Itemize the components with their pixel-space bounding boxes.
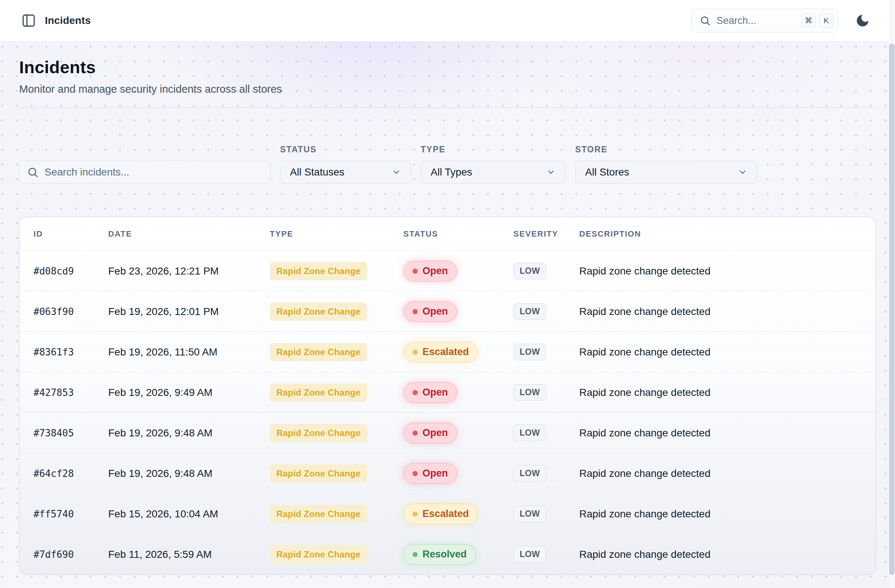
severity-badge: LOW (513, 384, 546, 401)
incident-date: Feb 11, 2026, 5:59 AM (108, 549, 270, 561)
column-header-id: ID (20, 229, 108, 239)
status-filter-label: STATUS (280, 145, 411, 155)
status-filter-select[interactable]: All Statuses (280, 161, 411, 183)
incidents-table: ID DATE TYPE STATUS SEVERITY DESCRIPTION… (19, 217, 876, 575)
severity-badge: LOW (513, 546, 546, 562)
status-badge: Open (404, 423, 457, 443)
moon-icon (855, 13, 870, 28)
incident-date: Feb 19, 2026, 9:48 AM (108, 427, 270, 439)
incident-description: Rapid zone change detected (579, 265, 875, 277)
page-title: Incidents (19, 57, 876, 77)
incident-date: Feb 15, 2026, 10:04 AM (108, 508, 270, 520)
table-row[interactable]: #d08cd9 Feb 23, 2026, 12:21 PM Rapid Zon… (20, 251, 875, 291)
incident-date: Feb 19, 2026, 12:01 PM (108, 306, 270, 318)
status-badge: Open (404, 382, 457, 403)
divider (19, 108, 876, 108)
store-filter-value: All Stores (585, 166, 629, 178)
scrollbar-thumb[interactable] (889, 43, 895, 575)
status-badge: Escalated (404, 504, 478, 524)
incident-description: Rapid zone change detected (579, 427, 875, 439)
incident-description: Rapid zone change detected (579, 549, 875, 561)
chevron-down-icon (738, 167, 748, 177)
status-badge: Resolved (404, 544, 476, 565)
incident-id: #063f90 (20, 306, 108, 317)
severity-badge: LOW (513, 506, 546, 522)
global-search-button[interactable]: Search... ⌘ K (691, 9, 838, 32)
severity-badge: LOW (513, 424, 546, 441)
table-row[interactable]: #7df690 Feb 11, 2026, 5:59 AM Rapid Zone… (20, 534, 875, 574)
status-filter-value: All Statuses (290, 166, 344, 178)
type-badge: Rapid Zone Change (270, 545, 367, 564)
type-badge: Rapid Zone Change (270, 343, 367, 361)
status-dot-icon (413, 471, 418, 476)
status-dot-icon (413, 390, 418, 395)
column-header-description: DESCRIPTION (579, 229, 875, 239)
status-dot-icon (413, 309, 418, 314)
kbd-cmd: ⌘ (801, 13, 816, 28)
type-badge: Rapid Zone Change (270, 424, 367, 442)
store-filter-select[interactable]: All Stores (575, 161, 757, 183)
topbar-title: Incidents (45, 15, 91, 26)
table-row[interactable]: #738405 Feb 19, 2026, 9:48 AM Rapid Zone… (20, 412, 875, 453)
table-row[interactable]: #063f90 Feb 19, 2026, 12:01 PM Rapid Zon… (20, 291, 875, 332)
incident-id: #d08cd9 (20, 266, 108, 277)
filters-bar: STATUS All Statuses TYPE All Types STORE… (19, 145, 876, 183)
table-body: #d08cd9 Feb 23, 2026, 12:21 PM Rapid Zon… (20, 251, 875, 574)
status-badge: Open (404, 302, 457, 322)
table-row[interactable]: #8361f3 Feb 19, 2026, 11:50 AM Rapid Zon… (20, 332, 875, 372)
type-badge: Rapid Zone Change (270, 303, 367, 321)
store-filter-group: STORE All Stores (575, 145, 757, 183)
status-dot-icon (413, 511, 418, 517)
incident-id: #738405 (20, 427, 108, 439)
incident-description: Rapid zone change detected (579, 306, 875, 318)
page-scrollbar[interactable] (889, 0, 895, 588)
table-row[interactable]: #ff5740 Feb 15, 2026, 10:04 AM Rapid Zon… (20, 493, 875, 534)
status-dot-icon (413, 430, 418, 436)
status-dot-icon (413, 268, 418, 274)
status-badge: Escalated (404, 342, 478, 362)
incident-date: Feb 19, 2026, 9:48 AM (108, 468, 270, 479)
table-row[interactable]: #427853 Feb 19, 2026, 9:49 AM Rapid Zone… (20, 372, 875, 412)
incident-date: Feb 19, 2026, 9:49 AM (108, 387, 270, 399)
sidebar-toggle-button[interactable] (21, 12, 37, 29)
incident-id: #427853 (20, 387, 108, 398)
topbar: Incidents Search... ⌘ K (0, 0, 895, 42)
status-dot-icon (413, 350, 418, 355)
type-badge: Rapid Zone Change (270, 464, 367, 483)
kbd-k: K (819, 13, 834, 28)
column-header-date: DATE (108, 229, 270, 239)
severity-badge: LOW (513, 303, 546, 320)
incident-id: #8361f3 (20, 347, 108, 358)
dark-mode-toggle[interactable] (852, 10, 873, 31)
search-icon (27, 166, 39, 178)
severity-badge: LOW (513, 465, 546, 482)
chevron-down-icon (546, 167, 556, 177)
incident-id: #64cf28 (20, 468, 108, 479)
incident-id: #ff5740 (20, 509, 108, 520)
severity-badge: LOW (513, 263, 546, 279)
incident-description: Rapid zone change detected (579, 387, 875, 399)
store-filter-label: STORE (575, 145, 757, 155)
panel-left-icon (21, 13, 36, 28)
type-badge: Rapid Zone Change (270, 383, 367, 402)
type-filter-group: TYPE All Types (421, 145, 566, 183)
column-header-type: TYPE (270, 229, 404, 239)
incident-search-input[interactable] (44, 166, 263, 178)
status-badge: Open (404, 261, 457, 282)
incident-id: #7df690 (20, 549, 108, 560)
type-filter-label: TYPE (421, 145, 566, 155)
status-badge: Open (404, 463, 457, 484)
chevron-down-icon (391, 167, 401, 177)
page-subtitle: Monitor and manage security incidents ac… (19, 83, 876, 95)
severity-badge: LOW (513, 344, 546, 360)
global-search-placeholder: Search... (716, 15, 798, 26)
type-filter-value: All Types (431, 166, 472, 178)
incident-date: Feb 19, 2026, 11:50 AM (108, 346, 270, 358)
incident-description: Rapid zone change detected (579, 508, 875, 520)
incident-date: Feb 23, 2026, 12:21 PM (108, 265, 270, 277)
column-header-severity: SEVERITY (513, 229, 579, 239)
type-badge: Rapid Zone Change (270, 262, 367, 280)
table-row[interactable]: #64cf28 Feb 19, 2026, 9:48 AM Rapid Zone… (20, 453, 875, 493)
incident-description: Rapid zone change detected (579, 346, 875, 358)
type-filter-select[interactable]: All Types (421, 161, 566, 183)
